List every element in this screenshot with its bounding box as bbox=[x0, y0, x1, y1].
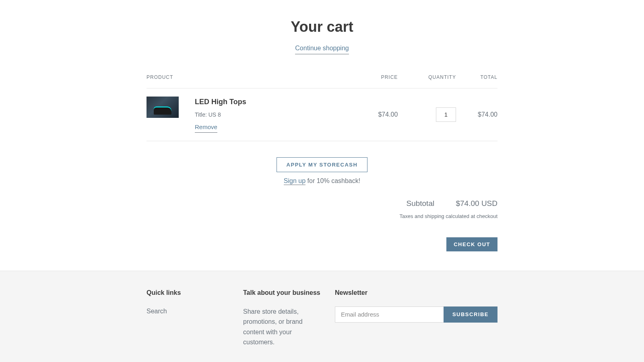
checkout-button[interactable]: CHECK OUT bbox=[446, 237, 497, 251]
footer-newsletter-heading: Newsletter bbox=[335, 288, 497, 298]
footer-quick-links-heading: Quick links bbox=[147, 288, 243, 298]
item-price: $74.00 bbox=[356, 88, 398, 141]
subtotal-value: $74.00 USD bbox=[456, 199, 497, 208]
apply-storecash-button[interactable]: APPLY MY STORECASH bbox=[277, 157, 368, 172]
col-header-price: PRICE bbox=[356, 74, 398, 88]
cart-row: LED High Tops Title: US 8 Remove $74.00 … bbox=[147, 88, 497, 141]
site-footer: Quick links Search Talk about your busin… bbox=[0, 271, 644, 362]
page-title: Your cart bbox=[147, 16, 497, 38]
footer-search-link[interactable]: Search bbox=[147, 308, 167, 315]
subscribe-button[interactable]: SUBSCRIBE bbox=[444, 306, 497, 323]
product-name[interactable]: LED High Tops bbox=[195, 97, 246, 107]
item-total: $74.00 bbox=[456, 88, 497, 141]
footer-business-text: Share store details, promotions, or bran… bbox=[243, 306, 324, 348]
email-input[interactable] bbox=[335, 306, 444, 323]
taxes-note: Taxes and shipping calculated at checkou… bbox=[147, 212, 497, 220]
subtotal-label: Subtotal bbox=[406, 199, 434, 208]
footer-business-heading: Talk about your business bbox=[243, 288, 335, 298]
col-header-total: TOTAL bbox=[456, 74, 497, 88]
col-header-quantity: QUANTITY bbox=[398, 74, 456, 88]
continue-shopping-link[interactable]: Continue shopping bbox=[295, 43, 349, 54]
remove-item-link[interactable]: Remove bbox=[195, 123, 217, 133]
product-image[interactable] bbox=[147, 97, 179, 118]
signup-link[interactable]: Sign up bbox=[284, 177, 305, 185]
signup-suffix: for 10% cashback! bbox=[305, 177, 360, 184]
product-variant: Title: US 8 bbox=[195, 111, 246, 119]
col-header-product: PRODUCT bbox=[147, 74, 356, 88]
quantity-input[interactable] bbox=[436, 107, 456, 122]
cart-table: PRODUCT PRICE QUANTITY TOTAL LED High To… bbox=[147, 74, 497, 141]
